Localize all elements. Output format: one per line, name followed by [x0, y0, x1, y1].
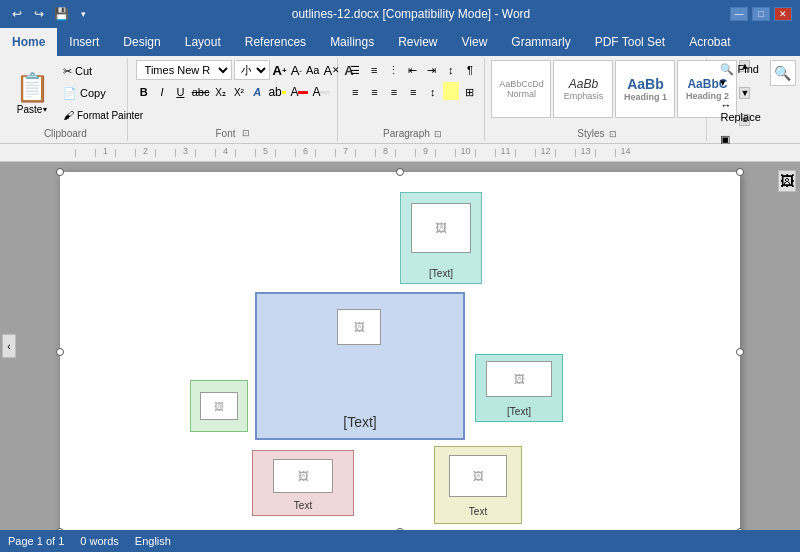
italic-button[interactable]: I — [154, 82, 170, 102]
maximize-button[interactable]: □ — [752, 7, 770, 21]
tab-pdf-tool-set[interactable]: PDF Tool Set — [583, 28, 677, 56]
align-right-button[interactable]: ≡ — [385, 82, 402, 102]
show-formatting-button[interactable]: ¶ — [461, 60, 478, 80]
font-expand-button[interactable]: ⊡ — [240, 127, 252, 139]
decrease-indent-button[interactable]: ⇤ — [404, 60, 421, 80]
increase-indent-button[interactable]: ⇥ — [423, 60, 440, 80]
undo-button[interactable]: ↩ — [8, 5, 26, 23]
align-center-button[interactable]: ≡ — [366, 82, 383, 102]
style-heading1[interactable]: AaBb Heading 1 — [615, 60, 675, 118]
font-color-button2[interactable]: A — [289, 82, 309, 102]
paragraph-buttons: ☰ ≡ ⋮ ⇤ ⇥ ↕ ¶ ≡ ≡ ≡ ≡ ↕ ⊞ — [346, 60, 478, 126]
superscript-button[interactable]: X² — [231, 82, 247, 102]
ruler-mark-21 — [475, 149, 495, 157]
handle-mr[interactable] — [736, 348, 744, 356]
subscript-button[interactable]: X₂ — [212, 82, 228, 102]
title-bar-left: ↩ ↪ 💾 ▾ — [8, 5, 92, 23]
ruler-mark-15 — [355, 149, 375, 157]
handle-tr[interactable] — [736, 168, 744, 176]
tab-design[interactable]: Design — [111, 28, 172, 56]
content-box-small-left[interactable]: 🖼 — [190, 380, 248, 432]
numbering-button[interactable]: ≡ — [366, 60, 383, 80]
handle-tl[interactable] — [56, 168, 64, 176]
content-box-top[interactable]: 🖼 [Text] — [400, 192, 482, 284]
shrink-font-button[interactable]: A- — [290, 60, 303, 80]
underline-button[interactable]: U — [172, 82, 188, 102]
minimize-button[interactable]: — — [730, 7, 748, 21]
ribbon: 📋 Paste ▾ ✂Cut 📄Copy 🖌Format Painter Cli… — [0, 56, 800, 144]
multilevel-list-button[interactable]: ⋮ — [385, 60, 402, 80]
paragraph-expand-button[interactable]: ⊡ — [434, 129, 442, 139]
language: English — [135, 535, 171, 547]
bullets-button[interactable]: ☰ — [346, 60, 363, 80]
img-icon-small-left: 🖼 — [214, 401, 224, 412]
styles-expand-button[interactable]: ⊡ — [609, 129, 617, 139]
tab-references[interactable]: References — [233, 28, 318, 56]
save-button[interactable]: 💾 — [52, 5, 70, 23]
style-normal[interactable]: AaBbCcDd Normal — [491, 60, 551, 118]
tab-acrobat[interactable]: Acrobat — [677, 28, 742, 56]
window-controls: — □ ✕ — [730, 7, 792, 21]
redo-button[interactable]: ↪ — [30, 5, 48, 23]
strikethrough-button[interactable]: abc — [191, 82, 211, 102]
window-title: outlines-12.docx [Compatibility Mode] - … — [292, 7, 531, 21]
ruler-mark-12: 6 — [295, 149, 315, 157]
tab-mailings[interactable]: Mailings — [318, 28, 386, 56]
change-case-button[interactable]: Aa — [305, 60, 320, 80]
ruler: 1 2 3 4 5 6 7 8 9 10 11 12 13 14 — [0, 144, 800, 162]
content-box-bottom-left[interactable]: 🖼 Text — [252, 450, 354, 516]
sort-button[interactable]: ↕ — [442, 60, 459, 80]
highlight-button[interactable]: ab — [267, 82, 287, 102]
justify-button[interactable]: ≡ — [405, 82, 422, 102]
font-color2-btn[interactable]: A — [311, 82, 331, 102]
panel-icon[interactable]: 🖼 — [778, 171, 796, 191]
tab-view[interactable]: View — [450, 28, 500, 56]
content-box-bottom-right[interactable]: 🖼 Text — [434, 446, 522, 524]
style-emphasis[interactable]: AaBb Emphasis — [553, 60, 613, 118]
right-scroll-panel: 🖼 — [778, 170, 796, 192]
content-box-large[interactable]: 🖼 [Text] — [255, 292, 465, 440]
ruler-mark-18: 9 — [415, 149, 435, 157]
qat-dropdown[interactable]: ▾ — [74, 5, 92, 23]
font-name-selector[interactable]: Times New R — [136, 60, 232, 80]
font-section: Times New R 小四 A+ A- Aa A✕ A B I U abc X… — [130, 58, 339, 141]
clipboard-section: 📋 Paste ▾ ✂Cut 📄Copy 🖌Format Painter Cli… — [4, 58, 128, 141]
clear-format-button[interactable]: A✕ — [322, 60, 341, 80]
text-effect-button[interactable]: A — [249, 82, 265, 102]
close-button[interactable]: ✕ — [774, 7, 792, 21]
tab-layout[interactable]: Layout — [173, 28, 233, 56]
align-left-button[interactable]: ≡ — [346, 82, 363, 102]
tab-home[interactable]: Home — [0, 28, 57, 56]
replace-button[interactable]: ↔ Replace — [715, 96, 765, 126]
ruler-mark-8: 4 — [215, 149, 235, 157]
handle-tm[interactable] — [396, 168, 404, 176]
img-placeholder-bottom-left: 🖼 — [273, 459, 333, 493]
tab-review[interactable]: Review — [386, 28, 449, 56]
line-spacing-button[interactable]: ↕ — [424, 82, 441, 102]
ruler-mark-22: 11 — [495, 149, 515, 157]
ruler-mark-13 — [315, 149, 335, 157]
format-painter-icon: 🖌 — [63, 109, 74, 121]
handle-ml[interactable] — [56, 348, 64, 356]
tab-insert[interactable]: Insert — [57, 28, 111, 56]
border-button[interactable]: ⊞ — [461, 82, 478, 102]
ruler-mark-24: 12 — [535, 149, 555, 157]
bold-button[interactable]: B — [136, 82, 152, 102]
ruler-mark-16: 8 — [375, 149, 395, 157]
ruler-mark-11 — [275, 149, 295, 157]
paste-button[interactable]: 📋 Paste ▾ — [8, 60, 56, 126]
handle-bl[interactable] — [56, 528, 64, 530]
tab-grammarly[interactable]: Grammarly — [499, 28, 582, 56]
shading-button[interactable] — [443, 82, 459, 100]
handle-br[interactable] — [736, 528, 744, 530]
box-bottom-left-label: Text — [294, 500, 312, 511]
find-button[interactable]: 🔍 Find ▾ — [715, 60, 765, 92]
clipboard-buttons: 📋 Paste ▾ ✂Cut 📄Copy 🖌Format Painter — [8, 60, 123, 126]
handle-bm[interactable] — [396, 528, 404, 530]
font-size-selector[interactable]: 小四 — [234, 60, 270, 80]
search-button[interactable]: 🔍 — [770, 60, 796, 86]
font-label: Font ⊡ — [136, 125, 332, 139]
left-scroll-arrow[interactable]: ‹ — [2, 334, 16, 358]
content-box-right[interactable]: 🖼 [Text] — [475, 354, 563, 422]
grow-font-button[interactable]: A+ — [272, 60, 288, 80]
